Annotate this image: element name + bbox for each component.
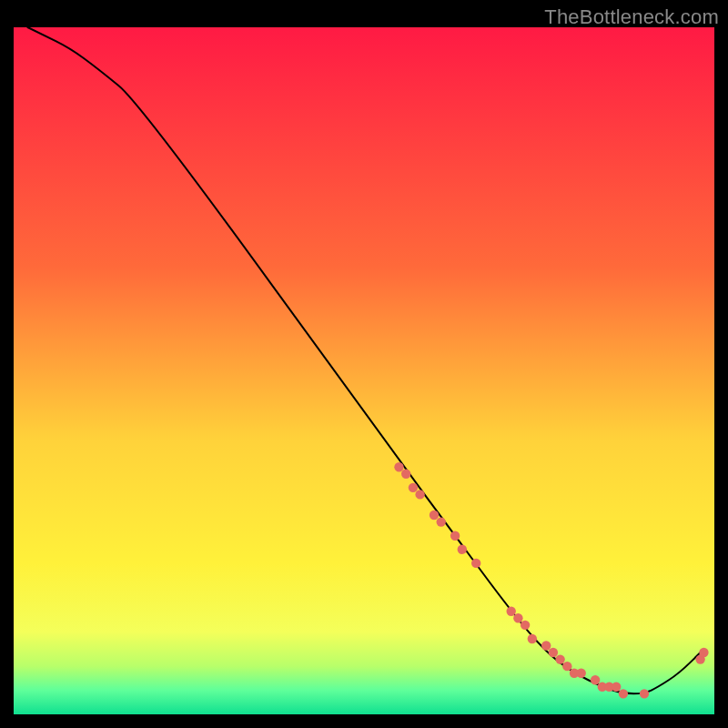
data-point [471, 559, 480, 568]
data-point [409, 483, 418, 492]
data-point [555, 654, 564, 663]
plot-gradient [14, 27, 714, 714]
data-point [401, 470, 410, 479]
data-point [521, 621, 530, 630]
data-point [430, 511, 439, 520]
data-point [562, 662, 571, 671]
data-point [513, 613, 522, 622]
chart-container: TheBottleneck.com [0, 0, 728, 728]
watermark-text: TheBottleneck.com [544, 5, 719, 29]
data-point [507, 607, 516, 616]
data-point [541, 641, 551, 650]
data-point [394, 462, 403, 471]
data-point [577, 669, 586, 678]
data-point [591, 675, 600, 684]
data-point [450, 531, 460, 541]
data-point [458, 545, 467, 554]
bottleneck-chart [0, 0, 728, 728]
data-point [549, 648, 558, 657]
data-point [699, 648, 708, 657]
data-point [437, 517, 446, 526]
data-point [619, 689, 628, 698]
data-point [612, 682, 621, 692]
data-point [415, 490, 424, 499]
data-point [528, 634, 537, 643]
data-point [640, 689, 649, 698]
